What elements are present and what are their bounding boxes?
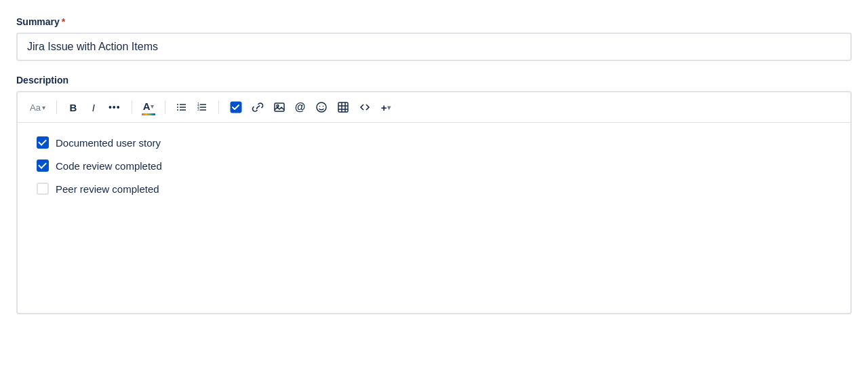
checkbox-1[interactable] [37, 136, 49, 149]
color-group: A ▾ [139, 98, 158, 117]
color-a-label: A [143, 100, 151, 112]
font-size-group: Aa ▾ [26, 98, 50, 117]
svg-text:3.: 3. [197, 107, 200, 111]
bold-button[interactable]: B [64, 98, 83, 117]
link-button[interactable] [248, 98, 268, 117]
emoji-button[interactable] [311, 98, 332, 117]
svg-line-13 [256, 107, 258, 109]
svg-point-0 [177, 104, 178, 105]
svg-point-18 [322, 106, 323, 107]
checklist-item-2: Code review completed [37, 160, 831, 172]
link-icon [252, 101, 264, 113]
font-size-chevron: ▾ [42, 104, 45, 111]
checklist-label-2: Code review completed [56, 160, 162, 172]
divider-3 [165, 100, 165, 114]
text-color-button[interactable]: A ▾ [139, 98, 158, 117]
checklist-label-1: Documented user story [56, 137, 161, 149]
divider-2 [132, 100, 132, 114]
italic-label: I [92, 102, 95, 113]
number-list-icon: 1. 2. 3. [197, 102, 208, 113]
checkbox-insert-button[interactable] [226, 98, 246, 117]
insert-group: @ [226, 98, 395, 117]
table-icon [337, 101, 349, 113]
svg-point-15 [277, 105, 279, 107]
checklist-item-1: Documented user story [37, 136, 831, 149]
bullet-list-icon [176, 102, 187, 113]
bullet-list-button[interactable] [172, 98, 191, 117]
number-list-button[interactable]: 1. 2. 3. [193, 98, 212, 117]
format-group: B I ••• [64, 98, 125, 117]
description-label-text: Description [16, 75, 68, 86]
checkbox-2[interactable] [37, 160, 49, 172]
required-indicator: * [62, 16, 65, 27]
description-label: Description [16, 75, 852, 86]
emoji-icon [315, 101, 328, 113]
svg-point-2 [177, 107, 178, 108]
svg-rect-19 [338, 102, 348, 112]
font-size-label: Aa [30, 102, 41, 113]
checklist-label-3: Peer review completed [56, 183, 159, 195]
more-insert-chevron: ▾ [387, 104, 391, 111]
summary-input[interactable] [16, 33, 852, 61]
checklist-item-3: Peer review completed [37, 183, 831, 195]
more-insert-button[interactable]: + ▾ [376, 98, 395, 117]
editor-content[interactable]: Documented user story Code review comple… [18, 123, 850, 313]
code-icon [359, 101, 371, 113]
summary-section: Summary * [16, 16, 852, 61]
table-button[interactable] [333, 98, 353, 117]
svg-point-16 [317, 102, 326, 112]
mention-button[interactable]: @ [291, 98, 310, 117]
svg-point-4 [177, 109, 178, 111]
description-section: Description Aa ▾ B I ••• [16, 75, 852, 314]
summary-label: Summary * [16, 16, 852, 27]
checkbox-3[interactable] [37, 183, 49, 195]
image-button[interactable] [269, 98, 290, 117]
divider-1 [56, 100, 57, 114]
more-format-button[interactable]: ••• [104, 98, 125, 117]
list-group: 1. 2. 3. [172, 98, 212, 117]
summary-label-text: Summary [16, 16, 60, 27]
more-format-label: ••• [108, 102, 121, 113]
mention-icon: @ [295, 101, 306, 113]
description-editor: Aa ▾ B I ••• A [16, 91, 852, 314]
svg-rect-14 [275, 103, 284, 111]
svg-point-17 [319, 106, 320, 107]
color-chevron: ▾ [151, 102, 154, 110]
italic-button[interactable]: I [84, 98, 103, 117]
divider-4 [218, 100, 219, 114]
bold-label: B [69, 102, 77, 113]
image-icon [273, 101, 285, 113]
more-insert-label: + [381, 102, 387, 113]
code-button[interactable] [355, 98, 375, 117]
editor-toolbar: Aa ▾ B I ••• A [18, 92, 850, 123]
font-size-button[interactable]: Aa ▾ [26, 98, 50, 117]
checkbox-icon [230, 101, 242, 113]
